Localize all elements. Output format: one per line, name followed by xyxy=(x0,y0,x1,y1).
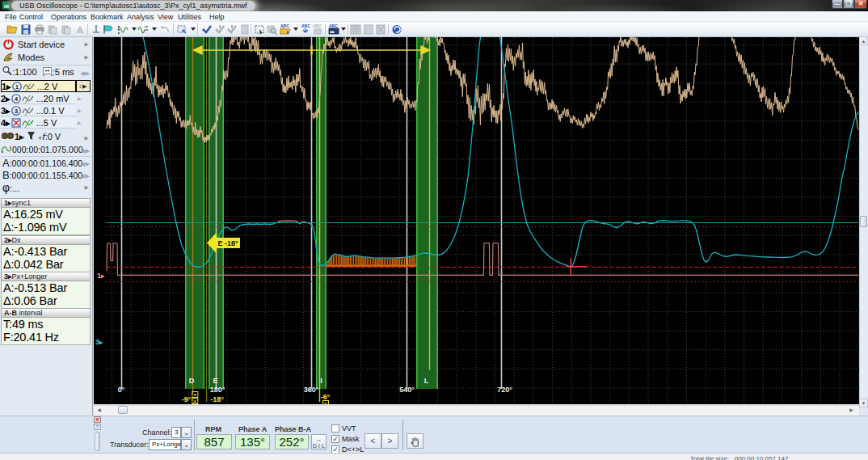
svg-text:ABC: ABC xyxy=(313,23,322,28)
svg-text:-6°: -6° xyxy=(321,393,331,401)
svg-text:3▸: 3▸ xyxy=(95,338,103,346)
svg-text:-9°: -9° xyxy=(182,395,192,403)
svg-text:540°: 540° xyxy=(399,386,415,394)
svg-text:180°: 180° xyxy=(210,386,225,394)
svg-text:1: 1 xyxy=(15,83,19,91)
svg-text:D: D xyxy=(189,377,195,385)
svg-text:-18°: -18° xyxy=(210,395,224,403)
svg-text:L: L xyxy=(424,377,429,385)
svg-text:ABC: ABC xyxy=(280,23,289,28)
svg-text:360°: 360° xyxy=(304,386,319,394)
svg-text:3: 3 xyxy=(14,108,18,115)
svg-text:E: E xyxy=(213,377,217,385)
svg-text:E -18°: E -18° xyxy=(217,239,238,247)
svg-text:0°: 0° xyxy=(118,386,125,394)
svg-text:720°: 720° xyxy=(497,386,512,394)
svg-text:1▸: 1▸ xyxy=(97,272,105,280)
svg-text:ABC: ABC xyxy=(329,23,338,28)
svg-text:I: I xyxy=(320,377,322,385)
svg-text:ABC: ABC xyxy=(301,23,310,28)
svg-text:4: 4 xyxy=(14,95,18,103)
